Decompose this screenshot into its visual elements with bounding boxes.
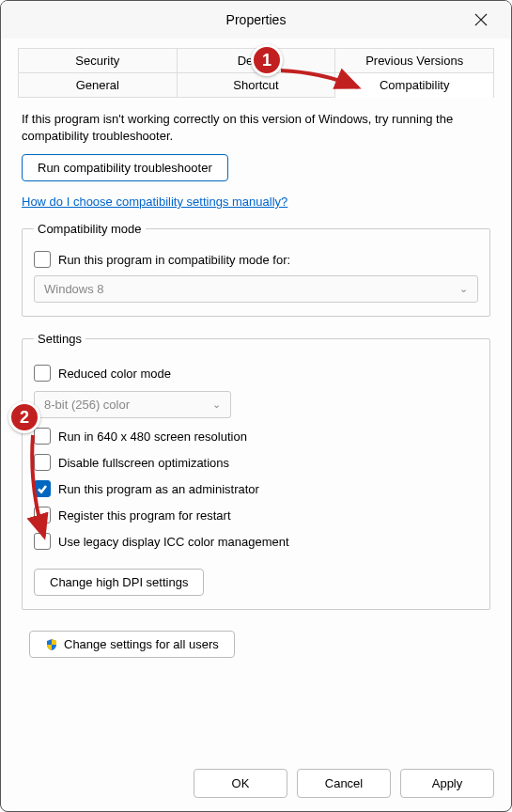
reduced-color-checkbox[interactable] — [34, 365, 51, 382]
change-dpi-button[interactable]: Change high DPI settings — [34, 569, 204, 596]
compat-mode-group: Compatibility mode Run this program in c… — [22, 222, 490, 317]
tab-content: If this program isn't working correctly … — [1, 98, 511, 658]
annotation-arrow-1 — [275, 61, 369, 99]
run-troubleshooter-button[interactable]: Run compatibility troubleshooter — [22, 154, 228, 181]
run-as-admin-label: Run this program as an administrator — [58, 482, 259, 496]
button-label: OK — [232, 776, 250, 790]
chevron-down-icon: ⌄ — [459, 283, 468, 295]
button-label: Run compatibility troubleshooter — [38, 161, 212, 175]
window-title: Properties — [12, 12, 462, 27]
close-button[interactable] — [462, 1, 500, 39]
change-all-users-button[interactable]: Change settings for all users — [29, 631, 235, 658]
compat-mode-label: Run this program in compatibility mode f… — [58, 253, 290, 267]
reduced-color-label: Reduced color mode — [58, 367, 171, 381]
help-link[interactable]: How do I choose compatibility settings m… — [22, 195, 287, 209]
settings-legend: Settings — [34, 332, 85, 346]
run-640-label: Run in 640 x 480 screen resolution — [58, 429, 247, 444]
color-depth-select[interactable]: 8-bit (256) color ⌄ — [34, 391, 231, 418]
tab-security[interactable]: Security — [19, 49, 178, 73]
button-label: Change high DPI settings — [50, 575, 188, 589]
legacy-icc-label: Use legacy display ICC color management — [58, 535, 289, 549]
intro-text: If this program isn't working correctly … — [22, 111, 490, 145]
button-label: Change settings for all users — [64, 637, 219, 651]
annotation-badge-2: 2 — [8, 401, 40, 433]
select-value: 8-bit (256) color — [44, 398, 130, 412]
close-icon — [474, 13, 488, 26]
properties-window: Properties Security Details Previous Ver… — [0, 0, 512, 812]
tab-general[interactable]: General — [19, 73, 178, 98]
dialog-footer: OK Cancel Apply — [194, 769, 494, 798]
annotation-badge-1: 1 — [251, 44, 283, 76]
register-restart-label: Register this program for restart — [58, 508, 231, 523]
annotation-arrow-2 — [23, 431, 61, 544]
compat-mode-select[interactable]: Windows 8 ⌄ — [34, 275, 478, 303]
compat-mode-legend: Compatibility mode — [34, 222, 146, 236]
button-label: Cancel — [325, 776, 363, 790]
chevron-down-icon: ⌄ — [212, 398, 221, 411]
shield-icon — [45, 638, 58, 651]
compat-mode-checkbox[interactable] — [34, 251, 51, 268]
cancel-button[interactable]: Cancel — [297, 769, 391, 798]
titlebar: Properties — [1, 1, 511, 39]
apply-button[interactable]: Apply — [400, 769, 494, 798]
button-label: Apply — [432, 776, 463, 790]
select-value: Windows 8 — [44, 282, 104, 296]
ok-button[interactable]: OK — [194, 769, 287, 798]
settings-group: Settings Reduced color mode 8-bit (256) … — [22, 332, 490, 610]
disable-fullscreen-label: Disable fullscreen optimizations — [58, 456, 229, 470]
